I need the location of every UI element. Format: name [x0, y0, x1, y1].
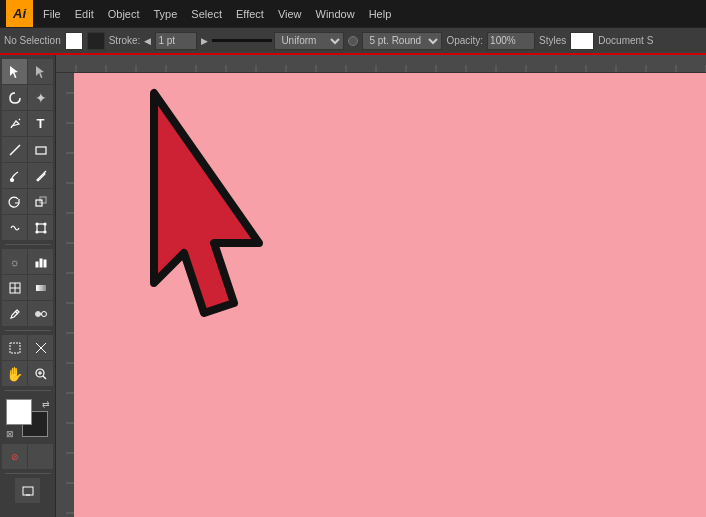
svg-rect-20 — [36, 285, 46, 291]
stroke-left-arrow: ◀ — [144, 36, 151, 46]
blend-tool[interactable] — [28, 301, 53, 326]
tool-row-artboard — [2, 335, 53, 360]
svg-marker-0 — [10, 66, 18, 78]
svg-rect-14 — [36, 262, 38, 267]
menu-select[interactable]: Select — [185, 6, 228, 22]
svg-rect-57 — [56, 73, 74, 517]
line-tool[interactable] — [2, 137, 27, 162]
svg-rect-34 — [56, 55, 706, 73]
svg-point-11 — [44, 223, 46, 225]
svg-line-29 — [43, 376, 46, 379]
free-transform-tool[interactable] — [28, 215, 53, 240]
tool-row-symbol: ☼ — [2, 249, 53, 274]
options-bar: No Selection Stroke: ◀ ▶ Uniform 5 pt. R… — [0, 27, 706, 55]
scale-tool[interactable] — [28, 189, 53, 214]
ruler-left — [56, 73, 74, 517]
tool-row-bottom — [15, 478, 40, 503]
fill-color-swatch[interactable] — [65, 32, 83, 50]
stroke-value-input[interactable] — [155, 32, 197, 50]
main-area: ✦ T — [0, 55, 706, 517]
styles-label: Styles — [539, 35, 566, 46]
svg-rect-15 — [40, 259, 42, 267]
menu-window[interactable]: Window — [310, 6, 361, 22]
svg-line-2 — [19, 119, 20, 120]
select-tool[interactable] — [2, 59, 27, 84]
no-selection-label: No Selection — [4, 35, 61, 46]
svg-point-23 — [41, 311, 46, 316]
document-canvas — [74, 73, 706, 517]
artboard-tool[interactable] — [2, 335, 27, 360]
stroke-none[interactable] — [28, 444, 53, 469]
fill-none[interactable]: ⊘ — [2, 444, 27, 469]
opacity-input[interactable] — [487, 32, 535, 50]
magic-wand-tool[interactable]: ✦ — [28, 85, 53, 110]
style-preview[interactable] — [570, 32, 594, 50]
menu-edit[interactable]: Edit — [69, 6, 100, 22]
cursor-arrow — [124, 83, 354, 403]
app-logo: Ai — [6, 0, 33, 27]
svg-point-5 — [10, 178, 13, 181]
tool-row-mesh — [2, 275, 53, 300]
eyedropper-tool[interactable] — [2, 301, 27, 326]
pencil-tool[interactable] — [28, 163, 53, 188]
stroke-preview — [212, 39, 272, 42]
zoom-tool[interactable] — [28, 361, 53, 386]
left-toolbar: ✦ T — [0, 55, 56, 517]
menu-object[interactable]: Object — [102, 6, 146, 22]
tool-row-pen: T — [2, 111, 53, 136]
tool-row-brush — [2, 163, 53, 188]
tool-separator-3 — [5, 390, 51, 391]
svg-rect-32 — [23, 487, 33, 495]
svg-rect-16 — [44, 260, 46, 267]
menu-effect[interactable]: Effect — [230, 6, 270, 22]
pen-tool[interactable] — [2, 111, 27, 136]
hand-tool[interactable]: ✋ — [2, 361, 27, 386]
ruler-top — [56, 55, 706, 73]
menu-help[interactable]: Help — [363, 6, 398, 22]
svg-line-6 — [44, 171, 46, 173]
shape-tool[interactable] — [28, 137, 53, 162]
title-bar: Ai File Edit Object Type Select Effect V… — [0, 0, 706, 27]
paintbrush-tool[interactable] — [2, 163, 27, 188]
type-tool[interactable]: T — [28, 111, 53, 136]
menu-file[interactable]: File — [37, 6, 67, 22]
swap-colors-icon[interactable]: ⇄ — [42, 399, 50, 409]
gradient-tool[interactable] — [28, 275, 53, 300]
menu-type[interactable]: Type — [148, 6, 184, 22]
graph-tool[interactable] — [28, 249, 53, 274]
tool-row-hand: ✋ — [2, 361, 53, 386]
tool-row-eyedropper — [2, 301, 53, 326]
svg-rect-9 — [37, 224, 45, 232]
brush-select[interactable]: 5 pt. Round — [362, 32, 442, 50]
tool-row-shape — [2, 137, 53, 162]
symbol-spray-tool[interactable]: ☼ — [2, 249, 27, 274]
opacity-label: Opacity: — [446, 35, 483, 46]
slice-tool[interactable] — [28, 335, 53, 360]
lasso-tool[interactable] — [2, 85, 27, 110]
tool-separator-2 — [5, 330, 51, 331]
direct-select-tool[interactable] — [28, 59, 53, 84]
menu-view[interactable]: View — [272, 6, 308, 22]
brush-dot — [348, 36, 358, 46]
foreground-color-swatch[interactable] — [6, 399, 32, 425]
rotate-tool[interactable] — [2, 189, 27, 214]
stroke-right-arrow: ▶ — [201, 36, 208, 46]
stroke-color-swatch[interactable] — [87, 32, 105, 50]
tool-separator-1 — [5, 244, 51, 245]
tool-row-extra: ⊘ — [2, 444, 53, 469]
svg-point-22 — [35, 311, 40, 316]
mesh-tool[interactable] — [2, 275, 27, 300]
svg-point-10 — [36, 223, 38, 225]
svg-rect-25 — [10, 343, 20, 353]
tool-row-transform — [2, 189, 53, 214]
svg-line-21 — [15, 311, 18, 314]
canvas-area — [56, 55, 706, 517]
stroke-label: Stroke: — [109, 35, 141, 46]
warp-tool[interactable] — [2, 215, 27, 240]
tool-row-select — [2, 59, 53, 84]
color-swatches: ⇄ ⊠ — [6, 399, 50, 439]
reset-colors-icon[interactable]: ⊠ — [6, 429, 14, 439]
screen-mode-tool[interactable] — [15, 478, 40, 503]
stroke-type-select[interactable]: Uniform — [274, 32, 344, 50]
svg-marker-1 — [36, 66, 44, 78]
